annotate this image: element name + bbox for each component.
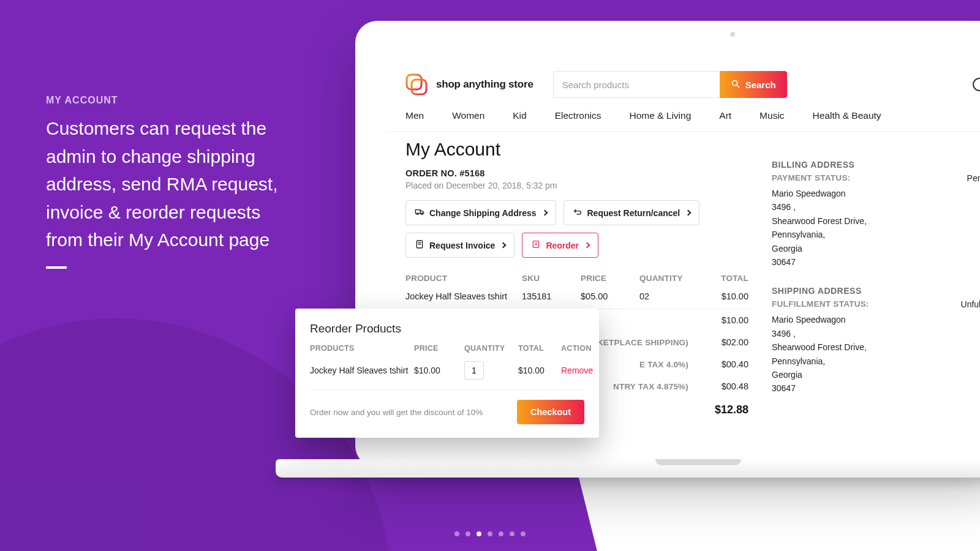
fulfillment-status: FULFILLMENT STATUS: Unfulfilled	[772, 299, 980, 309]
nav-kid[interactable]: Kid	[513, 110, 526, 121]
brand[interactable]: shop anything store	[404, 72, 533, 97]
dot-active[interactable]	[477, 531, 481, 536]
nav-art[interactable]: Art	[719, 110, 731, 121]
svg-point-2	[732, 80, 737, 85]
shipping-address: Mario Speedwagon 3496 , Shearwood Forest…	[772, 313, 980, 395]
search-button[interactable]: Search	[720, 71, 787, 98]
dot[interactable]	[521, 531, 526, 536]
dot[interactable]	[510, 531, 514, 536]
user-icon[interactable]	[973, 78, 980, 91]
chevron-right-icon	[500, 242, 507, 249]
billing-address: Mario Speedwagon 3496 , Shearwood Forest…	[772, 187, 980, 269]
chevron-right-icon	[541, 210, 548, 216]
truck-icon	[415, 207, 424, 219]
discount-note: Order now and you will get the discount …	[310, 408, 483, 417]
headline-divider	[46, 266, 67, 269]
th-qty: QUANTITY	[639, 274, 703, 283]
request-return-button[interactable]: Request Return/cancel	[564, 200, 700, 225]
table-row: Jockey Half Sleaves tshirt 135181 $05.00…	[405, 288, 748, 309]
popup-title: Reorder Products	[310, 322, 584, 335]
slide-dots	[454, 531, 526, 536]
th-product: PRODUCT	[405, 274, 522, 283]
checkout-button[interactable]: Checkout	[517, 400, 584, 424]
svg-rect-0	[407, 75, 421, 89]
dot[interactable]	[488, 531, 492, 536]
search-icon	[731, 79, 741, 91]
th-total: TOTAL	[703, 274, 748, 283]
placed-on: Placed on December 20, 2018, 5:32 pm	[405, 181, 748, 190]
dot[interactable]	[466, 531, 470, 536]
svg-line-3	[737, 85, 739, 88]
request-invoice-button[interactable]: Request Invoice	[405, 233, 514, 258]
quantity-input[interactable]	[464, 361, 484, 380]
nav-electronics[interactable]: Electronics	[555, 110, 601, 121]
shipping-heading: SHIPPING ADDRESS	[772, 286, 980, 296]
laptop-base	[276, 459, 980, 478]
chevron-right-icon	[685, 210, 692, 216]
eyebrow: MY ACCOUNT	[46, 95, 297, 106]
page-title: My Account	[405, 139, 748, 160]
nav-home-living[interactable]: Home & Living	[630, 110, 692, 121]
category-nav: Men Women Kid Electronics Home & Living …	[387, 110, 980, 131]
header-icons	[973, 78, 980, 91]
camera-dot	[730, 32, 735, 37]
order-number: ORDER NO. #5168	[405, 168, 748, 178]
dot[interactable]	[499, 531, 503, 536]
topbar: shop anything store Search	[387, 65, 980, 110]
reorder-button[interactable]: Reorder	[522, 233, 598, 258]
remove-link[interactable]: Remove	[561, 365, 598, 375]
search-button-label: Search	[745, 80, 776, 90]
brand-name: shop anything store	[436, 78, 533, 91]
svg-rect-1	[412, 80, 426, 94]
nav-men[interactable]: Men	[405, 110, 424, 121]
dot[interactable]	[454, 531, 459, 536]
chevron-right-icon	[584, 242, 590, 249]
payment-status: PAYMENT STATUS: Pending	[772, 173, 980, 183]
search: Search	[553, 71, 787, 98]
reorder-icon	[531, 239, 541, 251]
nav-music[interactable]: Music	[760, 110, 784, 121]
return-icon	[573, 207, 582, 219]
popup-row: Jockey Half Sleaves tshirt $10.00 $10.00…	[310, 358, 584, 390]
logo-icon	[404, 72, 429, 97]
change-shipping-button[interactable]: Change Shipping Address	[405, 200, 556, 225]
invoice-icon	[415, 239, 424, 251]
order-actions: Change Shipping Address Request Return/c…	[405, 200, 748, 258]
billing-heading: BILLING ADDRESS	[772, 160, 980, 170]
nav-women[interactable]: Women	[452, 110, 484, 121]
search-input[interactable]	[553, 71, 720, 98]
th-sku: SKU	[522, 274, 581, 283]
marketing-copy: MY ACCOUNT Customers can request the adm…	[46, 95, 297, 269]
addresses-panel: BILLING ADDRESS PAYMENT STATUS: Pending …	[772, 139, 980, 447]
reorder-popup: Reorder Products PRODUCTS PRICE QUANTITY…	[295, 309, 599, 438]
popup-table: PRODUCTS PRICE QUANTITY TOTAL ACTION Joc…	[310, 344, 584, 390]
headline: Customers can request the admin to chang…	[46, 114, 297, 254]
nav-health-beauty[interactable]: Health & Beauty	[813, 110, 881, 121]
th-price: PRICE	[581, 274, 639, 283]
laptop-notch	[655, 459, 741, 465]
